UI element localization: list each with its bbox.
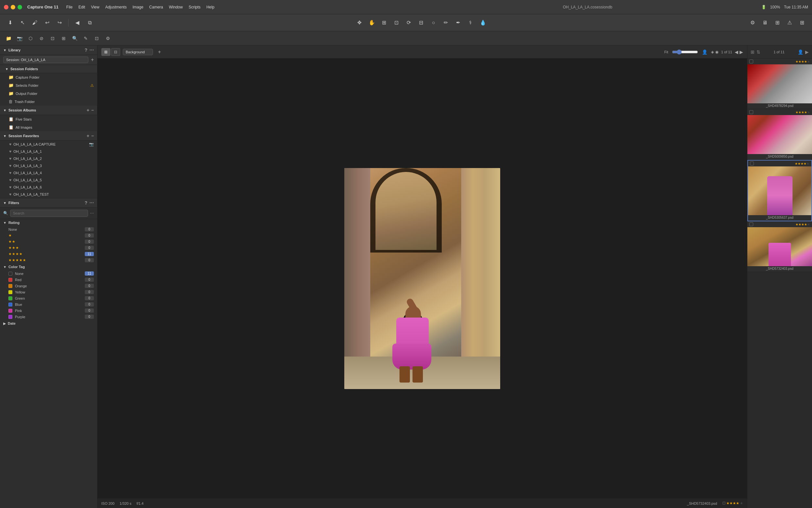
filmstrip-more-icon[interactable]: ▶ (805, 49, 809, 55)
compose-tab[interactable]: ⊞ (59, 34, 68, 43)
filmstrip-view-icon[interactable]: ⊞ (751, 49, 755, 55)
remove-favorite-icon[interactable]: − (91, 133, 94, 138)
favorite-item-7[interactable]: ♥ OH_LA_LA_LA_TEST (0, 191, 97, 198)
menu-view[interactable]: View (91, 5, 99, 9)
heal-tool[interactable]: ⚕ (466, 18, 476, 28)
settings-icon[interactable]: ⚙ (748, 18, 757, 28)
capture-tab[interactable]: 📷 (15, 34, 24, 43)
copy-button[interactable]: ⧉ (85, 18, 95, 28)
redo-button[interactable]: ↪ (55, 18, 64, 28)
color-row-yellow[interactable]: Yellow 0 (0, 289, 97, 295)
library-help-icon[interactable]: ? (85, 47, 87, 53)
zoom-slider[interactable] (672, 49, 698, 55)
rating-filter-header[interactable]: ▼ Rating (0, 219, 97, 226)
layer-select[interactable]: Background (123, 49, 153, 55)
all-images-album-item[interactable]: 📋 All Images (0, 123, 97, 131)
favorite-item-0[interactable]: ♥ OH_LA_LA_LA CAPTURE 📷 (0, 141, 97, 148)
filmstrip-checkbox-2[interactable] (750, 162, 754, 165)
filmstrip-item-2[interactable]: ★★★★★ _SHD5305637.psd (747, 160, 812, 221)
filmstrip-sort-icon[interactable]: ⇅ (757, 49, 760, 55)
probe2-icon[interactable]: ◉ (715, 50, 718, 54)
layout-icon[interactable]: ⊞ (772, 18, 782, 28)
settings-palette-tab[interactable]: ⚙ (103, 34, 112, 43)
library-more-icon[interactable]: ⋯ (89, 47, 94, 53)
library-tab[interactable]: 📁 (4, 34, 13, 43)
single-view-button[interactable]: ⊞ (101, 48, 110, 56)
session-albums-header[interactable]: ▼ Session Albums + − (0, 105, 97, 115)
menu-window[interactable]: Window (169, 5, 183, 9)
color-tag-filter-header[interactable]: ▼ Color Tag (0, 263, 97, 270)
filmstrip-item-0[interactable]: ★★★★★ _SHD4978294.psd (747, 58, 812, 109)
filmstrip-item-3[interactable]: ★★★★★ _SHD5732403.psd (747, 221, 812, 272)
capture-folder-item[interactable]: 📁 Capture Folder (0, 73, 97, 81)
alert-icon[interactable]: ⚠ (785, 18, 795, 28)
menu-adjustments[interactable]: Adjustments (105, 5, 127, 9)
circle-tool[interactable]: ○ (429, 18, 438, 28)
color-row-orange[interactable]: Orange 0 (0, 283, 97, 289)
library-section-header[interactable]: ▼ Library ? ⋯ (0, 45, 97, 55)
rating-row-1[interactable]: ★ 0 (0, 232, 97, 239)
probe-icon[interactable]: ◈ (711, 50, 714, 54)
color-row-green[interactable]: Green 0 (0, 295, 97, 301)
search-input[interactable] (10, 210, 88, 217)
crop-tool[interactable]: ⊞ (379, 18, 389, 28)
trash-folder-item[interactable]: 🗑 Trash Folder (0, 97, 97, 105)
brush-tool[interactable]: 🖌 (30, 18, 40, 28)
cursor-tool[interactable]: ↖ (17, 18, 27, 28)
compare-view-button[interactable]: ⊟ (111, 48, 120, 56)
color-row-red[interactable]: Red 0 (0, 277, 97, 283)
display-icon[interactable]: 🖥 (760, 18, 770, 28)
eyedrop-tool[interactable]: 💧 (478, 18, 488, 28)
add-favorite-icon[interactable]: + (87, 133, 89, 138)
search-options-icon[interactable]: ⋯ (90, 211, 94, 215)
color-row-blue[interactable]: Blue 0 (0, 301, 97, 307)
rating-row-none[interactable]: None 0 (0, 226, 97, 232)
filmstrip-checkbox-0[interactable] (749, 59, 753, 64)
color-row-purple[interactable]: Purple 0 (0, 314, 97, 320)
favorite-item-3[interactable]: ♥ OH_LA_LA_LA_3 (0, 162, 97, 169)
filmstrip-checkbox-3[interactable] (749, 222, 753, 226)
menu-file[interactable]: File (66, 5, 73, 9)
menu-image[interactable]: Image (133, 5, 143, 9)
filters-help-icon[interactable]: ? (85, 200, 87, 205)
output-folder-item[interactable]: 📁 Output Folder (0, 89, 97, 97)
menu-help[interactable]: Help (206, 5, 214, 9)
prev-button[interactable]: ◀ (73, 18, 82, 28)
paint-tool[interactable]: ✏ (441, 18, 451, 28)
selects-folder-item[interactable]: 📁 Selects Folder ⚠ (0, 81, 97, 89)
session-favorites-header[interactable]: ▼ Session Favorites + − (0, 131, 97, 141)
color-row-pink[interactable]: Pink 0 (0, 307, 97, 314)
rotate-tool[interactable]: ⟳ (404, 18, 414, 28)
filters-section-header[interactable]: ▼ Filters ? ⋯ (0, 198, 97, 208)
session-dropdown[interactable]: Session: OH_LA_LA_LA (3, 56, 88, 63)
rating-row-4[interactable]: ★★★★ 11 (0, 251, 97, 257)
rating-row-2[interactable]: ★★ 0 (0, 239, 97, 245)
session-folders-header[interactable]: ▼ Session Folders (0, 65, 97, 73)
add-layer-button[interactable]: + (155, 48, 163, 56)
filmstrip-item-1[interactable]: ★★★★★ _SHD5009850.psd (747, 109, 812, 160)
rating-row-5[interactable]: ★★★★★ 0 (0, 257, 97, 263)
add-session-button[interactable]: + (91, 57, 94, 63)
color-row-none[interactable]: None 11 (0, 270, 97, 277)
select-tool[interactable]: ✥ (355, 18, 365, 28)
filmstrip-user-icon[interactable]: 👤 (798, 49, 803, 55)
favorite-item-1[interactable]: ♥ OH_LA_LA_LA_1 (0, 148, 97, 155)
straighten-tool[interactable]: ⊡ (392, 18, 401, 28)
prev-nav-icon[interactable]: ◀ (735, 49, 738, 55)
zoom-tab[interactable]: 🔍 (70, 34, 79, 43)
menu-scripts[interactable]: Scripts (189, 5, 201, 9)
favorite-item-6[interactable]: ♥ OH_LA_LA_LA_6 (0, 184, 97, 191)
menu-camera[interactable]: Camera (149, 5, 163, 9)
apps-icon[interactable]: ⊞ (797, 18, 807, 28)
date-filter-header[interactable]: ▶ Date (0, 320, 97, 327)
five-stars-album-item[interactable]: 📋 Five Stars (0, 115, 97, 123)
grid-tool[interactable]: ⊟ (416, 18, 426, 28)
crop-palette-tab[interactable]: ⊡ (48, 34, 57, 43)
maximize-button[interactable] (17, 5, 22, 9)
mask-tab[interactable]: ⬡ (26, 34, 35, 43)
filmstrip-checkbox-1[interactable] (749, 110, 753, 114)
remove-album-icon[interactable]: − (91, 108, 94, 113)
clone-tool[interactable]: ✒ (453, 18, 463, 28)
pan-tool[interactable]: ✋ (367, 18, 377, 28)
clone-tab[interactable]: ⊘ (37, 34, 46, 43)
